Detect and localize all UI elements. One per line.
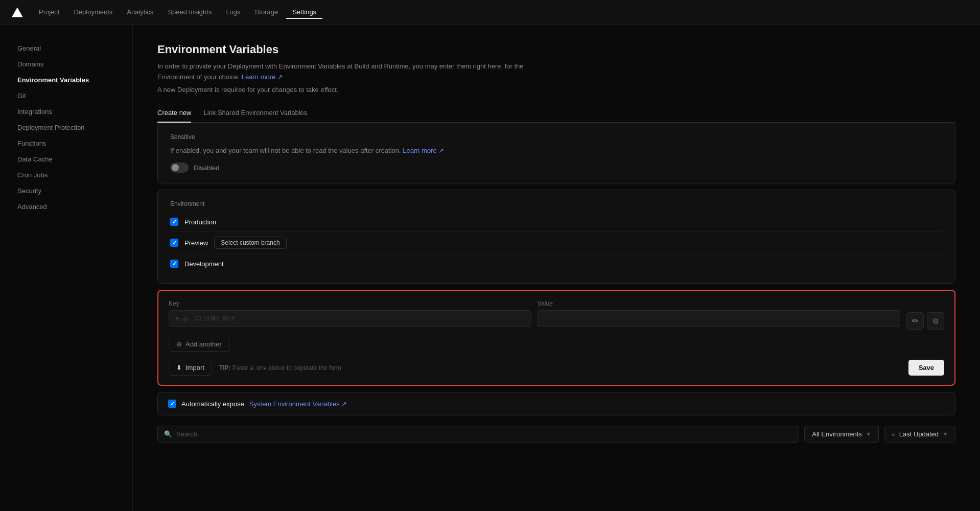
- system-env-vars-link[interactable]: System Environment Variables ↗: [249, 400, 347, 408]
- sensitive-toggle[interactable]: [170, 162, 189, 173]
- chevron-down-icon: ▼: [866, 431, 871, 437]
- search-icon: 🔍: [164, 430, 172, 438]
- topnav: Project Deployments Analytics Speed Insi…: [0, 0, 980, 25]
- remove-icon: ⊖: [932, 316, 939, 326]
- tip-text: TIP: Paste a .env above to populate the …: [219, 364, 341, 371]
- preview-checkbox[interactable]: [170, 239, 178, 247]
- env-row-preview: Preview Select custom branch: [170, 231, 943, 254]
- nav-project[interactable]: Project: [33, 5, 65, 19]
- save-button[interactable]: Save: [908, 360, 944, 376]
- import-label: Import: [185, 364, 204, 371]
- env-row-development: Development: [170, 254, 943, 273]
- value-input[interactable]: [538, 310, 900, 327]
- env-row-production: Production: [170, 213, 943, 231]
- nav-deployments[interactable]: Deployments: [67, 5, 119, 19]
- sidebar-item-integrations[interactable]: Integrations: [12, 104, 120, 119]
- development-label: Development: [184, 260, 224, 268]
- content-area: Environment Variables In order to provid…: [133, 25, 980, 511]
- sidebar-item-deployment-protection[interactable]: Deployment Protection: [12, 120, 120, 135]
- kv-actions: ✏ ⊖: [906, 300, 944, 330]
- page-description: In order to provide your Deployment with…: [157, 61, 525, 83]
- page-title: Environment Variables: [157, 43, 955, 56]
- sort-icon: ≡: [892, 431, 895, 438]
- kv-input-row: Key Value ✏ ⊖: [169, 300, 944, 330]
- sensitive-toggle-row: Disabled: [170, 162, 943, 173]
- kv-footer: ⬇ Import TIP: Paste a .env above to popu…: [169, 360, 944, 376]
- sidebar-item-cron-jobs[interactable]: Cron Jobs: [12, 168, 120, 182]
- tab-link-shared[interactable]: Link Shared Environment Variables: [203, 104, 307, 123]
- key-input[interactable]: [169, 310, 531, 327]
- tabs-row: Create new Link Shared Environment Varia…: [157, 104, 955, 123]
- edit-icon: ✏: [912, 316, 919, 326]
- nav-logs[interactable]: Logs: [220, 5, 246, 19]
- vercel-logo[interactable]: [10, 5, 25, 19]
- import-button[interactable]: ⬇ Import: [169, 360, 212, 376]
- production-label: Production: [184, 218, 216, 226]
- add-another-button[interactable]: ⊕ Add another: [169, 337, 229, 352]
- nav-storage[interactable]: Storage: [249, 5, 285, 19]
- sensitive-description: If enabled, you and your team will not b…: [170, 146, 943, 156]
- preview-label: Preview: [184, 239, 208, 247]
- sensitive-card: Sensitive If enabled, you and your team …: [157, 123, 955, 184]
- nav-analytics[interactable]: Analytics: [121, 5, 159, 19]
- sidebar-item-advanced[interactable]: Advanced: [12, 199, 120, 214]
- auto-expose-label: Automatically expose: [181, 400, 244, 408]
- env-filter-label: All Environments: [812, 430, 862, 438]
- auto-expose-row: Automatically expose System Environment …: [157, 392, 955, 415]
- production-checkbox[interactable]: [170, 218, 178, 226]
- sort-label: Last Updated: [899, 430, 939, 438]
- sidebar-item-domains[interactable]: Domains: [12, 57, 120, 72]
- sensitive-label: Sensitive: [170, 133, 943, 141]
- sidebar-item-security[interactable]: Security: [12, 183, 120, 198]
- remove-icon-button[interactable]: ⊖: [927, 312, 944, 330]
- environment-card: Environment Production Preview Select cu…: [157, 190, 955, 284]
- value-column: Value: [538, 300, 900, 327]
- sort-dropdown[interactable]: ≡ Last Updated ▼: [884, 426, 955, 443]
- sidebar: General Domains Environment Variables Gi…: [0, 25, 133, 511]
- search-row: 🔍 All Environments ▼ ≡ Last Updated ▼: [157, 426, 955, 443]
- env-filter-dropdown[interactable]: All Environments ▼: [804, 426, 878, 443]
- sidebar-item-environment-variables[interactable]: Environment Variables: [12, 73, 120, 87]
- sort-chevron-icon: ▼: [943, 431, 948, 437]
- sidebar-item-git[interactable]: Git: [12, 88, 120, 103]
- development-checkbox[interactable]: [170, 260, 178, 268]
- search-wrapper: 🔍: [157, 426, 799, 443]
- learn-more-link[interactable]: Learn more ↗: [242, 73, 283, 81]
- tab-create-new[interactable]: Create new: [157, 104, 191, 123]
- kv-section: Key Value ✏ ⊖ ⊕ Add anot: [157, 290, 955, 386]
- sidebar-item-functions[interactable]: Functions: [12, 136, 120, 151]
- add-another-label: Add another: [185, 340, 222, 348]
- nav-speed-insights[interactable]: Speed Insights: [161, 5, 218, 19]
- import-icon: ⬇: [176, 364, 182, 371]
- nav-settings[interactable]: Settings: [286, 5, 322, 19]
- sensitive-learn-more-link[interactable]: Learn more ↗: [403, 147, 444, 154]
- environment-options: Production Preview Select custom branch …: [170, 213, 943, 273]
- sidebar-item-data-cache[interactable]: Data Cache: [12, 152, 120, 167]
- auto-expose-checkbox[interactable]: [168, 400, 176, 408]
- select-custom-branch-button[interactable]: Select custom branch: [214, 237, 286, 249]
- value-label: Value: [538, 300, 900, 307]
- sidebar-item-general[interactable]: General: [12, 41, 120, 56]
- edit-icon-button[interactable]: ✏: [906, 312, 924, 330]
- main-layout: General Domains Environment Variables Gi…: [0, 25, 980, 511]
- deployment-notice: A new Deployment is required for your ch…: [157, 86, 955, 94]
- search-input[interactable]: [176, 426, 792, 442]
- key-label: Key: [169, 300, 531, 307]
- key-column: Key: [169, 300, 531, 327]
- add-icon: ⊕: [176, 340, 182, 348]
- environment-label: Environment: [170, 200, 943, 207]
- toggle-state-label: Disabled: [194, 164, 220, 172]
